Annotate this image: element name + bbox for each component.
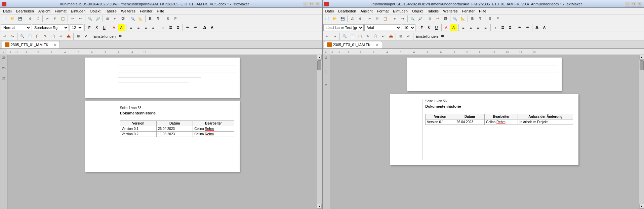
align-right-btn-right[interactable]: ≡ (475, 24, 482, 31)
indent-right-right[interactable]: ⇥ (524, 24, 531, 31)
menu-einfuegen-right[interactable]: Einfügen (391, 8, 409, 14)
new-btn-left[interactable]: 📄 (1, 15, 8, 23)
print2-btn-right[interactable]: 🖨 (356, 15, 364, 23)
menu-format-left[interactable]: Format (53, 8, 69, 14)
table-btn-right[interactable]: ⊞ (426, 15, 434, 23)
t2-btn6-left[interactable]: ✎ (42, 33, 49, 40)
menu-datei-left[interactable]: Datei (1, 8, 14, 14)
list-btn-right[interactable]: ≣ (499, 24, 506, 31)
zoom-btn-right[interactable]: 🔍 (451, 15, 459, 23)
menu-bearbeiten-left[interactable]: Bearbeiten (14, 8, 36, 14)
right-tab[interactable]: 2305_ET3_01_IAM FK... ✕ (324, 41, 382, 48)
t2-btn7-left[interactable]: 📋 (49, 33, 57, 40)
undo-btn-right[interactable]: ↩ (391, 15, 399, 23)
t2-btn10-left[interactable]: ⊞ (75, 33, 82, 40)
right-scroll-up[interactable]: ▲ (639, 55, 644, 60)
align-left-btn-left[interactable]: ≡ (128, 24, 134, 31)
indent-left-left[interactable]: ⇤ (184, 24, 191, 31)
line-spacing-left[interactable]: ↕ (160, 24, 166, 31)
new-btn-right[interactable]: 📄 (323, 15, 331, 23)
print2-btn-left[interactable]: 🖨 (34, 15, 41, 23)
copy-btn-left[interactable]: ⎘ (51, 15, 59, 23)
left-scroll-down[interactable]: ▼ (317, 204, 322, 209)
maximize-btn-right[interactable]: □ (631, 2, 636, 6)
t2-btn9-left[interactable]: 📤 (65, 33, 72, 40)
extra1-left[interactable]: S (164, 15, 171, 23)
size-select-left[interactable]: 12 (70, 24, 83, 31)
right-scroll-thumb[interactable] (640, 60, 644, 70)
open-btn-left[interactable]: 📂 (9, 15, 16, 23)
bold-icon-left[interactable]: B (147, 15, 154, 23)
list2-btn-left[interactable]: ≣ (174, 24, 181, 31)
left-tab[interactable]: 2305_ET3_01_IAM FK... ✕ (2, 41, 60, 48)
left-tab-close[interactable]: ✕ (53, 43, 57, 47)
menu-ansicht-right[interactable]: Ansicht (358, 8, 374, 14)
menu-bearbeiten-right[interactable]: Bearbeiten (336, 8, 358, 14)
find-btn-right[interactable]: 🔎 (416, 15, 424, 23)
table-btn-left[interactable]: ⊞ (104, 15, 111, 23)
img-btn-right[interactable]: 🖼 (442, 15, 449, 23)
extra2-left[interactable]: P (172, 15, 179, 23)
t2-btn6-right[interactable]: ✎ (364, 33, 371, 40)
indent-right-left[interactable]: ⇥ (192, 24, 198, 31)
menu-hilfe-right[interactable]: Hilfe (477, 8, 488, 14)
minimize-btn-right[interactable]: ─ (625, 2, 630, 6)
justify-btn-right[interactable]: ≡ (482, 24, 489, 31)
indent-left-right[interactable]: ⇤ (517, 24, 523, 31)
italic-btn-right[interactable]: K (426, 24, 433, 31)
small-a-right[interactable]: A (541, 24, 548, 31)
list-btn-left[interactable]: ≣ (167, 24, 174, 31)
align-right-btn-left[interactable]: ≡ (143, 24, 149, 31)
font-color-btn-right[interactable]: A (443, 24, 450, 31)
t2-btn1-left[interactable]: ↩ (1, 33, 8, 40)
paste-btn-left[interactable]: 📋 (59, 15, 67, 23)
search-btn-left[interactable]: 🔍 (86, 15, 94, 23)
print-btn-right[interactable]: 🖨 (349, 15, 356, 23)
cut-btn-right[interactable]: ✂ (366, 15, 373, 23)
highlight-btn-left[interactable]: A (118, 24, 125, 31)
open-btn-right[interactable]: 📂 (331, 15, 338, 23)
para-btn-left[interactable]: ¶ (154, 15, 162, 23)
close-btn-left[interactable]: ✕ (315, 2, 320, 6)
bold-btn-left[interactable]: F (86, 24, 93, 31)
menu-weiteres-right[interactable]: Weiteres (441, 8, 459, 14)
style-select-right[interactable]: Löschbarer Text (gr (323, 24, 364, 31)
copy-btn-right[interactable]: ⎘ (374, 15, 381, 23)
t2-btn3-right[interactable]: 🔍 (341, 33, 348, 40)
redo-btn-left[interactable]: ↪ (77, 15, 84, 23)
menu-weiteres-left[interactable]: Weiteres (119, 8, 137, 14)
menu-hilfe-left[interactable]: Hilfe (155, 8, 166, 14)
cut-btn-left[interactable]: ✂ (44, 15, 51, 23)
menu-objekt-left[interactable]: Objekt (88, 8, 103, 14)
print-btn-left[interactable]: 🖨 (26, 15, 34, 23)
align-center-btn-right[interactable]: ≡ (468, 24, 474, 31)
save-btn-right[interactable]: 💾 (339, 15, 346, 23)
menu-datei-right[interactable]: Datei (323, 8, 336, 14)
align-left-btn-right[interactable]: ≡ (460, 24, 467, 31)
minimize-btn-left[interactable]: ─ (303, 2, 308, 6)
extra2-right[interactable]: P (494, 15, 501, 23)
big-a-left[interactable]: A (201, 24, 208, 31)
t2-btn11-left[interactable]: ✔ (82, 33, 90, 40)
zoom-btn-left[interactable]: 🔍 (129, 15, 136, 23)
right-scrollbar[interactable]: ▲ ▼ (639, 55, 644, 209)
left-scrollbar[interactable]: ▲ ▼ (317, 55, 322, 209)
underline-btn-right[interactable]: U (433, 24, 440, 31)
insert-btn-left[interactable]: ↵ (112, 15, 119, 23)
style-select-left[interactable]: Normal (1, 24, 31, 31)
line-spacing-right[interactable]: ↕ (492, 24, 499, 31)
t2-btn8-left[interactable]: ↩ (57, 33, 65, 40)
font-select-right[interactable]: Arial (364, 24, 401, 31)
t2-btn3-left[interactable]: 🔍 (18, 33, 26, 40)
bold-btn-right[interactable]: F (418, 24, 425, 31)
left-scroll-up[interactable]: ▲ (317, 55, 322, 60)
t2-btn5-left[interactable]: 📋 (34, 33, 41, 40)
right-tab-close[interactable]: ✕ (375, 43, 379, 47)
underline-btn-left[interactable]: U (101, 24, 108, 31)
t2-btn1-right[interactable]: ↩ (323, 33, 331, 40)
t2-btn4-right[interactable]: 📄 (349, 33, 356, 40)
layout-btn-right[interactable]: 📐 (459, 15, 467, 23)
img-btn-left[interactable]: 🖼 (119, 15, 127, 23)
paste-btn-right[interactable]: 📋 (381, 15, 389, 23)
big-a-right[interactable]: A (534, 24, 540, 31)
